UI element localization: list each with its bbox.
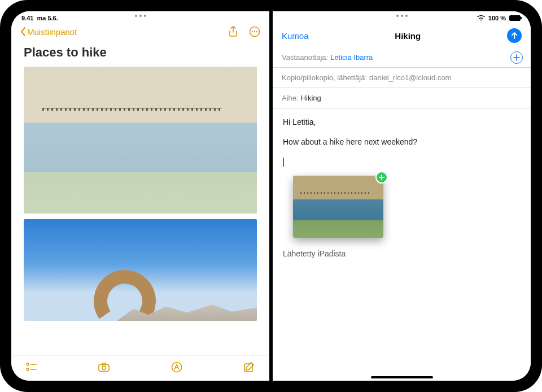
camera-icon-button[interactable] [98,361,110,373]
back-button[interactable]: Muistiinpanot [20,27,77,37]
drop-plus-badge [375,171,388,184]
cc-value: daniel_rico1@icloud.com [369,73,451,82]
note-title: Places to hike [11,41,269,67]
note-body[interactable] [11,67,269,355]
note-image-1[interactable] [24,67,257,214]
svg-point-3 [256,31,257,32]
markup-icon-button[interactable] [171,361,182,373]
status-date: ma 5.6. [37,15,58,21]
more-icon-button[interactable] [249,26,260,37]
body-line: How about a hike here next weekend? [283,136,521,148]
svg-point-4 [27,363,29,365]
to-label: Vastaanottaja: [282,53,328,62]
body-greeting: Hi Letitia, [283,116,521,128]
svg-point-1 [252,31,253,32]
split-view: Muistiinpanot Places to hike [11,11,531,381]
multitask-control-notes[interactable] [135,15,146,17]
status-bar-right: 100 % [477,15,521,21]
screen: 9.41 ma 5.6. 100 % M [11,11,531,381]
to-value[interactable]: Leticia Ibarra [330,53,373,62]
mail-body[interactable]: Hi Letitia, How about a hike here next w… [273,108,531,268]
checklist-icon-button[interactable] [26,361,37,373]
battery-pct: 100 % [488,15,506,21]
share-icon-button[interactable] [228,26,239,37]
svg-point-9 [102,366,106,369]
notes-toolbar [11,355,269,381]
back-label: Muistiinpanot [27,27,77,37]
plus-icon [513,54,520,61]
add-contact-button[interactable] [510,51,523,64]
svg-point-6 [27,368,29,371]
battery-icon [509,15,521,21]
to-field[interactable]: Vastaanottaja: Leticia Ibarra [273,47,531,68]
chevron-left-icon [20,27,26,36]
status-time: 9.41 [21,15,33,21]
mail-title: Hiking [395,31,421,41]
multitask-control-mail[interactable] [396,15,408,17]
status-bar-left: 9.41 ma 5.6. [21,15,58,21]
svg-point-2 [254,31,255,32]
notes-pane: Muistiinpanot Places to hike [11,11,269,381]
send-button[interactable] [507,28,522,43]
plus-icon [379,175,384,180]
subject-value: Hiking [301,94,321,102]
subject-label: Aihe: [282,94,299,102]
signature: Lähetetty iPadista [283,248,521,260]
dragged-image-thumbnail[interactable] [293,176,383,238]
cancel-button[interactable]: Kumoa [282,31,309,41]
arrow-up-icon [510,32,518,40]
wifi-icon [477,15,485,21]
text-cursor [283,158,284,167]
ipad-frame: 9.41 ma 5.6. 100 % M [0,0,542,392]
subject-field[interactable]: Aihe: Hiking [273,88,531,108]
cc-field[interactable]: Kopio/piilokopio, lähettäjä: daniel_rico… [273,68,531,88]
mail-pane: Kumoa Hiking Vastaanottaja: Leticia Ibar… [273,11,531,381]
note-image-2[interactable] [24,219,257,321]
cc-label: Kopio/piilokopio, lähettäjä: [282,73,367,82]
compose-icon-button[interactable] [243,361,255,373]
home-indicator[interactable] [371,376,433,378]
